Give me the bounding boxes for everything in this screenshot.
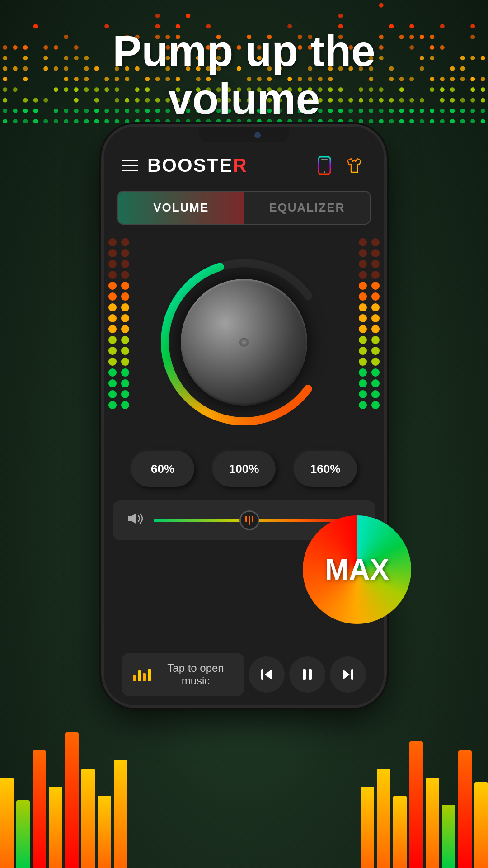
hero-line2: volume xyxy=(0,75,488,123)
hero-title: Pump up the volume xyxy=(0,27,488,123)
volume-knob[interactable] xyxy=(154,252,334,433)
svg-marker-5 xyxy=(128,513,136,524)
tab-equalizer[interactable]: EQUALIZER xyxy=(244,192,370,224)
preset-60[interactable]: 60% xyxy=(131,451,194,487)
max-button[interactable]: MAX xyxy=(303,515,411,624)
header-icons xyxy=(313,154,366,177)
slider-thumb-bars xyxy=(245,516,253,525)
prev-button[interactable] xyxy=(249,656,285,693)
svg-point-2 xyxy=(324,171,325,173)
slider-thumb[interactable] xyxy=(239,510,259,530)
phone-mockup: BOOSTER xyxy=(104,127,384,705)
phone-icon-button[interactable] xyxy=(313,154,336,177)
app-title: BOOSTER xyxy=(147,155,248,176)
hero-line1: Pump up the xyxy=(0,27,488,75)
music-label: Tap to open music xyxy=(158,662,233,687)
main-content: 60% 100% 160% xyxy=(104,234,384,705)
side-eq-right xyxy=(361,732,488,868)
svg-rect-7 xyxy=(261,669,263,680)
tap-to-open-music[interactable]: Tap to open music xyxy=(122,653,244,696)
preset-100[interactable]: 100% xyxy=(212,451,276,487)
svg-rect-11 xyxy=(351,669,353,680)
svg-marker-10 xyxy=(343,669,350,680)
preset-160[interactable]: 160% xyxy=(294,451,357,487)
max-label: MAX xyxy=(325,553,389,586)
music-eq-icon xyxy=(133,668,151,681)
tab-bar: VOLUME EQUALIZER xyxy=(117,191,371,225)
bottom-bar: Tap to open music xyxy=(113,653,375,696)
volume-icon xyxy=(127,511,145,529)
tab-volume[interactable]: VOLUME xyxy=(118,192,244,224)
phone-camera xyxy=(254,132,261,138)
knob-body xyxy=(181,279,307,406)
svg-rect-9 xyxy=(309,669,312,680)
preset-buttons: 60% 100% 160% xyxy=(131,451,357,487)
knob-center xyxy=(239,338,249,347)
vu-meter-left xyxy=(108,238,129,409)
svg-marker-6 xyxy=(265,669,272,680)
svg-rect-1 xyxy=(321,159,328,160)
svg-rect-8 xyxy=(303,669,306,680)
menu-button[interactable] xyxy=(122,160,138,171)
volume-track[interactable] xyxy=(154,519,361,522)
vu-meter-right xyxy=(359,238,380,409)
next-button[interactable] xyxy=(330,656,366,693)
pause-button[interactable] xyxy=(289,656,325,693)
shirt-icon-button[interactable] xyxy=(343,154,366,177)
phone-notch xyxy=(199,127,289,142)
side-eq-left xyxy=(0,732,127,868)
